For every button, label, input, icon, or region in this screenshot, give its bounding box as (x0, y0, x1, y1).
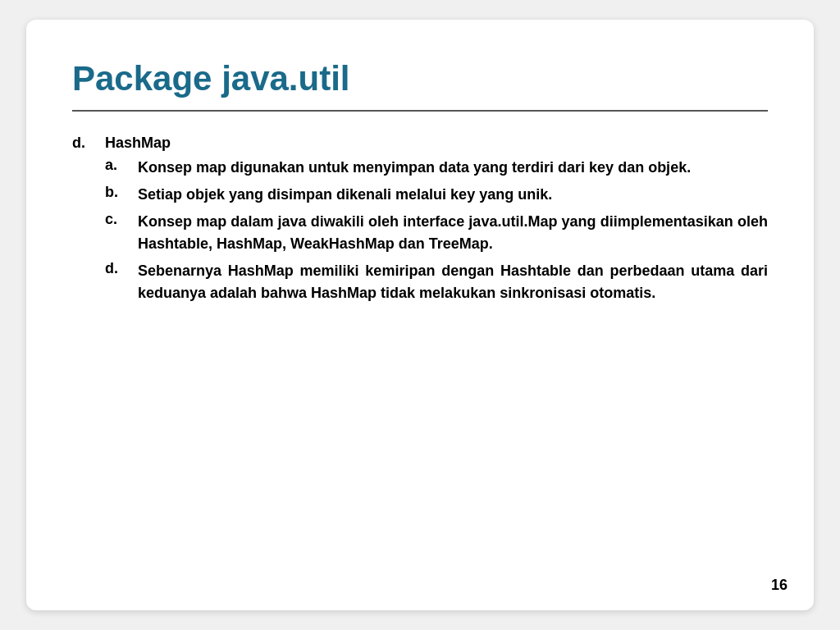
slide: Package java.util d. HashMap a. Konsep m… (26, 20, 814, 610)
outer-item-hashmap: d. HashMap a. Konsep map digunakan untuk… (72, 135, 768, 309)
slide-content: d. HashMap a. Konsep map digunakan untuk… (72, 135, 768, 581)
inner-item-b: b. Setiap objek yang disimpan dikenali m… (105, 184, 768, 206)
inner-text-a: Konsep map digunakan untuk menyimpan dat… (138, 157, 768, 179)
inner-text-b: Setiap objek yang disimpan dikenali mela… (138, 184, 768, 206)
outer-list: d. HashMap a. Konsep map digunakan untuk… (72, 135, 768, 316)
outer-marker-d: d. (72, 135, 105, 152)
inner-item-c: c. Konsep map dalam java diwakili oleh i… (105, 211, 768, 255)
inner-list: a. Konsep map digunakan untuk menyimpan … (72, 157, 768, 309)
outer-label-hashmap: d. HashMap (72, 135, 768, 152)
page-number: 16 (771, 577, 788, 594)
outer-label-text: HashMap (105, 135, 171, 152)
inner-text-d: Sebenarnya HashMap memiliki kemiripan de… (138, 260, 768, 304)
inner-marker-a: a. (105, 157, 138, 174)
inner-text-c: Konsep map dalam java diwakili oleh inte… (138, 211, 768, 255)
inner-marker-b: b. (105, 184, 138, 201)
slide-title: Package java.util (72, 59, 768, 112)
inner-marker-d2: d. (105, 260, 138, 277)
inner-marker-c: c. (105, 211, 138, 228)
inner-item-a: a. Konsep map digunakan untuk menyimpan … (105, 157, 768, 179)
inner-item-d: d. Sebenarnya HashMap memiliki kemiripan… (105, 260, 768, 304)
